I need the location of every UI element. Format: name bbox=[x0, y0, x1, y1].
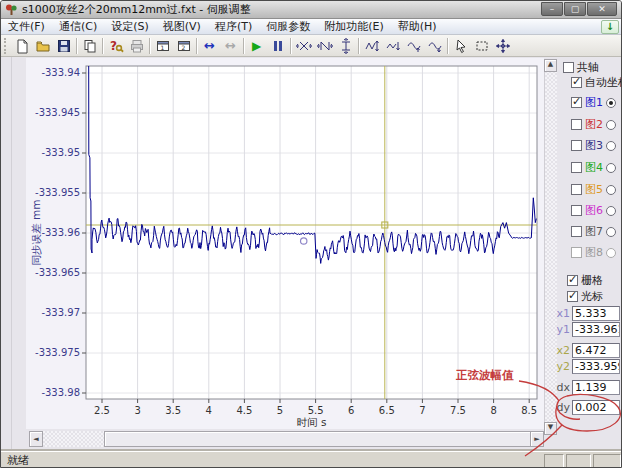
open-file-button[interactable] bbox=[32, 36, 53, 56]
copy-icon bbox=[82, 38, 98, 54]
scroll-up-button[interactable]: ▲ bbox=[544, 59, 557, 72]
plot3-radio[interactable] bbox=[606, 141, 616, 151]
window-view-1-icon: 1 bbox=[155, 38, 171, 54]
plot8-radio[interactable] bbox=[606, 248, 616, 258]
x2-field-row: x2 6.472 bbox=[554, 343, 620, 358]
dy-input[interactable]: 0.002 bbox=[572, 400, 620, 415]
plot1-checkbox[interactable] bbox=[571, 97, 582, 108]
y1-input[interactable]: -333.961 bbox=[572, 322, 620, 337]
menu-communication[interactable]: 通信(C) bbox=[52, 19, 104, 35]
pan-icon bbox=[495, 38, 511, 54]
plot7-radio[interactable] bbox=[606, 227, 616, 237]
plot4-radio[interactable] bbox=[606, 163, 616, 173]
app-icon bbox=[5, 3, 18, 16]
pause-icon bbox=[272, 40, 284, 52]
down-arrow-icon: ▼ bbox=[548, 423, 553, 431]
shift-up-y-button[interactable] bbox=[403, 36, 424, 56]
y2-input[interactable]: -333.959 bbox=[572, 359, 620, 374]
svg-text:1: 1 bbox=[160, 43, 164, 50]
chart-panel[interactable]: -333.94-333.945-333.95-333.955-333.96-33… bbox=[26, 58, 544, 429]
plot1-radio[interactable] bbox=[606, 98, 616, 108]
auto-axis-checkbox[interactable] bbox=[571, 77, 582, 88]
menu-program[interactable]: 程序(T) bbox=[208, 19, 259, 35]
plot4-row: 图4 bbox=[571, 160, 616, 175]
plot4-checkbox[interactable] bbox=[571, 162, 582, 173]
svg-text:6.5: 6.5 bbox=[379, 405, 395, 416]
svg-text:-333.965: -333.965 bbox=[35, 267, 80, 278]
waveform-chart[interactable]: -333.94-333.945-333.95-333.955-333.96-33… bbox=[26, 58, 544, 429]
play-icon: ▶ bbox=[252, 40, 261, 52]
grid-checkbox[interactable] bbox=[567, 275, 578, 286]
cursor-checkbox[interactable] bbox=[567, 291, 578, 302]
svg-text:3.5: 3.5 bbox=[165, 405, 181, 416]
scroll-down-button[interactable]: ▼ bbox=[544, 422, 557, 435]
maximize-button[interactable]: ▢ bbox=[564, 2, 586, 16]
dy-field-row: dy 0.002 bbox=[554, 400, 620, 415]
help-key-button[interactable]: ? bbox=[105, 36, 126, 56]
menu-extra-functions[interactable]: 附加功能(E) bbox=[317, 19, 391, 35]
window-view-1-button[interactable]: 1 bbox=[152, 36, 173, 56]
plot5-radio[interactable] bbox=[606, 185, 616, 195]
disconnect-button[interactable]: ↔ bbox=[220, 36, 241, 56]
copy-button[interactable] bbox=[79, 36, 100, 56]
right-panel-scrollbar[interactable] bbox=[544, 59, 557, 435]
save-file-button[interactable] bbox=[53, 36, 74, 56]
zoom-fit-all-icon bbox=[296, 38, 312, 54]
coaxial-checkbox[interactable] bbox=[563, 62, 574, 73]
menu-view[interactable]: 视图(V) bbox=[156, 19, 208, 35]
pointer-tool-button[interactable] bbox=[450, 36, 471, 56]
menu-help[interactable]: 帮助(H) bbox=[391, 19, 444, 35]
plot2-radio[interactable] bbox=[606, 120, 616, 130]
horizontal-scrollbar-thumb[interactable] bbox=[104, 431, 534, 447]
chart-horizontal-scrollbar[interactable] bbox=[29, 431, 544, 447]
cursor-row: 光标 bbox=[567, 289, 603, 304]
svg-text:7.5: 7.5 bbox=[450, 405, 466, 416]
menu-servo-params[interactable]: 伺服参数 bbox=[259, 19, 317, 35]
coaxial-label: 共轴 bbox=[577, 60, 599, 75]
zoom-fit-all-button[interactable] bbox=[293, 36, 314, 56]
main-toolbar: ? 1 2 ↔ ↔ ▶ bbox=[1, 35, 621, 57]
print-button[interactable] bbox=[126, 36, 147, 56]
plot6-radio[interactable] bbox=[606, 206, 616, 216]
menu-overflow-button[interactable]: ↓ bbox=[601, 20, 619, 34]
right-arrow-icon: ► bbox=[534, 435, 539, 443]
x1-input[interactable]: 5.333 bbox=[572, 306, 620, 321]
x2-input[interactable]: 6.472 bbox=[572, 343, 620, 358]
grid-label: 栅格 bbox=[581, 273, 603, 288]
dx-input[interactable]: 1.139 bbox=[572, 380, 620, 395]
plot8-checkbox[interactable] bbox=[571, 247, 582, 258]
client-area: -333.94-333.945-333.95-333.955-333.96-33… bbox=[1, 57, 622, 451]
shift-down-y-button[interactable] bbox=[424, 36, 445, 56]
scroll-right-button[interactable]: ► bbox=[530, 431, 544, 447]
connect-button[interactable]: ↔ bbox=[199, 36, 220, 56]
pause-sampling-button[interactable] bbox=[267, 36, 288, 56]
svg-text:-333.96: -333.96 bbox=[41, 227, 80, 238]
zoom-fit-x-button[interactable] bbox=[314, 36, 335, 56]
plot5-label: 图5 bbox=[585, 182, 603, 197]
menu-settings[interactable]: 设定(S) bbox=[104, 19, 156, 35]
toolbar-separator bbox=[102, 38, 103, 54]
svg-text:-333.945: -333.945 bbox=[35, 107, 80, 118]
scroll-left-button[interactable]: ◄ bbox=[29, 431, 43, 447]
scale-up-y-button[interactable] bbox=[361, 36, 382, 56]
select-region-tool-button[interactable] bbox=[471, 36, 492, 56]
window-view-2-button[interactable]: 2 bbox=[173, 36, 194, 56]
pan-tool-button[interactable] bbox=[492, 36, 513, 56]
plot5-checkbox[interactable] bbox=[571, 184, 582, 195]
new-file-button[interactable] bbox=[11, 36, 32, 56]
plot2-checkbox[interactable] bbox=[571, 119, 582, 130]
menu-file[interactable]: 文件(F) bbox=[1, 19, 52, 35]
start-sampling-button[interactable]: ▶ bbox=[246, 36, 267, 56]
svg-text:时间 s: 时间 s bbox=[297, 416, 327, 428]
plot6-checkbox[interactable] bbox=[571, 205, 582, 216]
svg-text:5.5: 5.5 bbox=[308, 405, 324, 416]
zoom-fit-y-button[interactable] bbox=[335, 36, 356, 56]
plot3-checkbox[interactable] bbox=[571, 140, 582, 151]
plot7-row: 图7 bbox=[571, 224, 616, 239]
scale-down-y-button[interactable] bbox=[382, 36, 403, 56]
minimize-button[interactable]: – bbox=[541, 2, 563, 16]
plot1-label: 图1 bbox=[585, 95, 603, 110]
plot7-checkbox[interactable] bbox=[571, 226, 582, 237]
close-button[interactable]: ✕ bbox=[587, 2, 617, 16]
x1-field-row: x1 5.333 bbox=[554, 306, 620, 321]
